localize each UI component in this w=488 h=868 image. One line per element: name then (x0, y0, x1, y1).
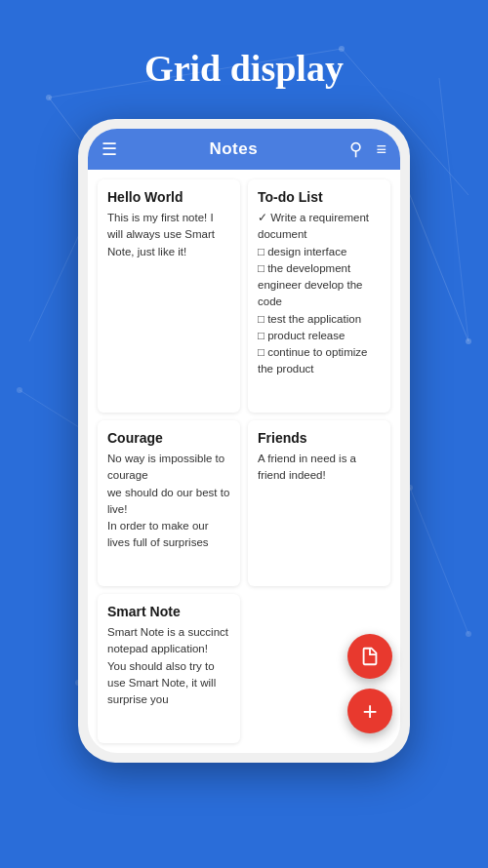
filter-icon[interactable]: ≡ (376, 139, 386, 160)
search-icon[interactable]: ⚲ (349, 138, 362, 160)
note-title: Smart Note (107, 604, 230, 619)
new-note-from-template-button[interactable] (347, 634, 392, 679)
plus-icon: + (362, 698, 377, 724)
note-title: Friends (258, 430, 381, 446)
note-card-courage[interactable]: Courage No way is impossible to couragew… (98, 420, 240, 586)
phone-frame: ☰ Notes ⚲ ≡ Hello World This is my first… (78, 119, 410, 763)
note-card-todo[interactable]: To-do List ✓ Write a requirement documen… (248, 179, 390, 413)
note-card-hello-world[interactable]: Hello World This is my first note! I wil… (98, 179, 240, 413)
note-body: Smart Note is a succinct notepad applica… (107, 624, 230, 708)
note-body: ✓ Write a requirement document □ design … (258, 210, 381, 378)
note-title: Courage (107, 430, 230, 446)
menu-icon[interactable]: ☰ (102, 138, 117, 160)
fab-area: + (347, 634, 392, 733)
add-note-button[interactable]: + (347, 689, 392, 733)
note-body: This is my first note! I will always use… (107, 210, 230, 260)
note-card-smart-note[interactable]: Smart Note Smart Note is a succinct note… (98, 594, 240, 743)
note-title: To-do List (258, 189, 381, 205)
note-card-friends[interactable]: Friends A friend in need is a friend ind… (248, 420, 390, 586)
app-header: ☰ Notes ⚲ ≡ (88, 129, 400, 170)
phone-mockup: ☰ Notes ⚲ ≡ Hello World This is my first… (0, 109, 488, 763)
app-title: Notes (209, 139, 258, 159)
note-title: Hello World (107, 189, 230, 205)
header-actions: ⚲ ≡ (349, 138, 386, 160)
note-body: No way is impossible to couragewe should… (107, 451, 230, 552)
page-title: Grid display (0, 0, 488, 109)
note-body: A friend in need is a friend indeed! (258, 451, 381, 485)
phone-screen: ☰ Notes ⚲ ≡ Hello World This is my first… (88, 129, 400, 753)
